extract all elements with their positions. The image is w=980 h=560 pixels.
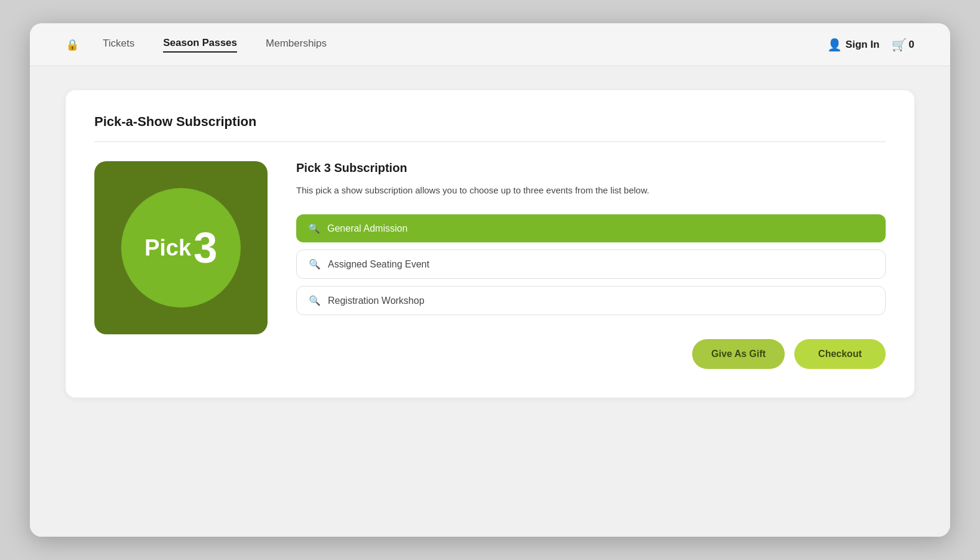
card-body: Pick 3 Pick 3 Subscription This pick a s…: [94, 161, 886, 369]
search-icon-2: 🔍: [309, 259, 321, 270]
nav-tickets[interactable]: Tickets: [103, 38, 134, 52]
subscription-description: This pick a show subscription allows you…: [296, 183, 886, 198]
nav-bar: 🔒 Tickets Season Passes Memberships 👤 Si…: [30, 23, 950, 66]
filter-label-3: Registration Workshop: [328, 296, 425, 306]
nav-links: Tickets Season Passes Memberships: [103, 37, 827, 53]
filter-general-admission[interactable]: 🔍 General Admission: [296, 214, 886, 242]
pick3-circle: Pick 3: [121, 188, 241, 307]
main-content: Pick-a-Show Subscription Pick 3 Pick 3 S…: [30, 66, 950, 537]
cart-button[interactable]: 🛒 0: [892, 38, 914, 52]
nav-right: 👤 Sign In 🛒 0: [827, 38, 914, 52]
pick-number: 3: [193, 223, 217, 272]
pick3-image: Pick 3: [94, 161, 268, 334]
checkout-button[interactable]: Checkout: [794, 339, 886, 369]
action-buttons: Give As Gift Checkout: [296, 339, 886, 369]
filter-registration-workshop[interactable]: 🔍 Registration Workshop: [296, 286, 886, 315]
signin-label: Sign In: [846, 39, 880, 51]
search-icon-3: 🔍: [309, 295, 321, 306]
subscription-name: Pick 3 Subscription: [296, 161, 886, 175]
filter-label-2: Assigned Seating Event: [328, 259, 429, 270]
user-icon: 👤: [827, 38, 842, 52]
subscription-card: Pick-a-Show Subscription Pick 3 Pick 3 S…: [66, 90, 914, 398]
pick3-text: Pick 3: [145, 223, 217, 272]
cart-count: 0: [909, 39, 914, 51]
filter-label-1: General Admission: [327, 223, 407, 234]
nav-memberships[interactable]: Memberships: [266, 38, 327, 52]
signin-button[interactable]: 👤 Sign In: [827, 38, 880, 52]
filter-options: 🔍 General Admission 🔍 Assigned Seating E…: [296, 214, 886, 315]
browser-frame: 🔒 Tickets Season Passes Memberships 👤 Si…: [30, 23, 950, 537]
card-divider: [94, 141, 886, 142]
subscription-details: Pick 3 Subscription This pick a show sub…: [296, 161, 886, 369]
give-as-gift-button[interactable]: Give As Gift: [692, 339, 785, 369]
filter-assigned-seating[interactable]: 🔍 Assigned Seating Event: [296, 250, 886, 279]
lock-icon: 🔒: [66, 38, 79, 51]
cart-icon: 🛒: [892, 38, 907, 52]
nav-season-passes[interactable]: Season Passes: [163, 37, 237, 53]
pick-label: Pick: [145, 235, 191, 261]
card-title: Pick-a-Show Subscription: [94, 114, 886, 130]
search-icon-1: 🔍: [308, 223, 320, 234]
